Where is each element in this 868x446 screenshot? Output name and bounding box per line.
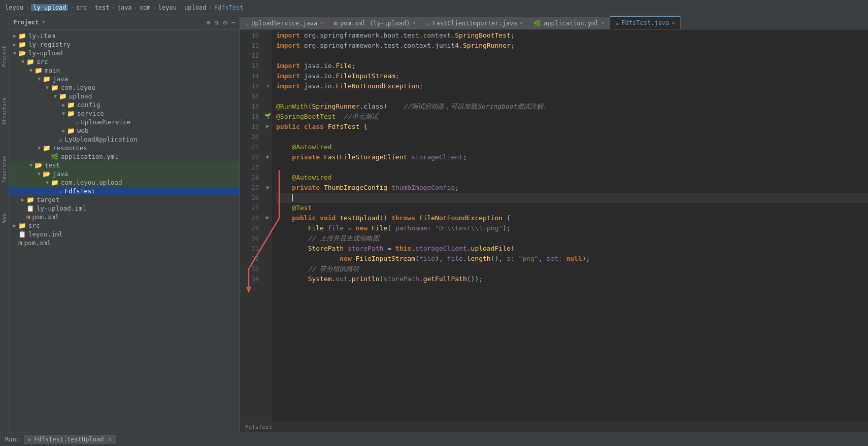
arrow-src: ▼ — [19, 59, 26, 64]
tree-item-pom-xml-root[interactable]: m pom.xml — [9, 238, 240, 247]
tree-item-service[interactable]: ▼ 📁 service — [9, 109, 240, 118]
run-tab-close[interactable]: × — [108, 436, 112, 443]
gutter-run-19[interactable]: ▶ — [263, 121, 272, 131]
tree-item-application-yml[interactable]: 🌿 application.yml — [9, 152, 240, 161]
folder-icon-com-leyou-upload: 📁 — [51, 179, 59, 186]
locate-icon[interactable]: ⊕ — [206, 18, 210, 26]
favorites-side-label[interactable]: Favorites — [2, 155, 7, 183]
code-line-24: @Autowired — [276, 173, 868, 183]
code-line-13: import java.io.File; — [276, 61, 868, 71]
breadcrumb-com[interactable]: com — [140, 4, 151, 11]
tree-item-resources[interactable]: ▼ 📁 resources — [9, 144, 240, 152]
folder-icon-java-main: 📁 — [43, 75, 51, 83]
breadcrumb-ly-upload[interactable]: ly-upload — [31, 4, 68, 11]
code-container: 10 11 12 13 14 15 16 17 18 19 20 21 22 2… — [240, 29, 868, 422]
structure-side-label[interactable]: Structure — [2, 97, 7, 125]
settings-icon[interactable]: ⚙ — [223, 18, 227, 26]
folder-icon-ly-upload: 📂 — [18, 49, 26, 57]
tab-fast-client[interactable]: ☕ FastClientImporter.java × — [421, 17, 528, 29]
arrow-upload-pkg: ▼ — [52, 93, 59, 99]
breadcrumb-src[interactable]: src — [76, 4, 87, 11]
breadcrumb-leyou2[interactable]: leyou — [158, 4, 177, 11]
run-tab-fdfs-test[interactable]: ▶ FdfsTest.testUpload × — [24, 435, 116, 444]
code-line-31: StorePath storePath = this.storageClient… — [276, 244, 868, 254]
tree-item-com-leyou-upload[interactable]: ▼ 📁 com.leyou.upload — [9, 178, 240, 187]
tree-item-java-test[interactable]: ▼ 📂 java — [9, 169, 240, 178]
tree-item-fdfs-test[interactable]: ☕ FdfsTest — [9, 187, 240, 195]
tree-item-main[interactable]: ▼ 📁 main — [9, 66, 240, 75]
code-line-14: import java.io.FileInputStream; — [276, 71, 868, 81]
tab-close-fdfs-test[interactable]: × — [672, 20, 675, 26]
project-side-label[interactable]: Project — [2, 46, 7, 67]
tab-pom-xml[interactable]: m pom.xml (ly-upload) × — [329, 17, 421, 29]
tab-upload-service[interactable]: ☕ UploadService.java × — [240, 17, 329, 29]
project-panel-header: Project ▾ ⊕ ⇅ ⚙ − — [9, 15, 240, 29]
label-service: service — [77, 110, 104, 117]
breadcrumb-java[interactable]: java — [117, 4, 132, 11]
tree-item-ly-upload-app[interactable]: ☕ LyUploadApplication — [9, 135, 240, 144]
tab-close-fast-client[interactable]: × — [519, 20, 523, 26]
tab-fdfs-test[interactable]: ☕ FdfsTest.java × — [610, 16, 681, 29]
tree-item-ly-item[interactable]: ▶ 📁 ly-item — [9, 31, 240, 40]
arrow-main: ▼ — [27, 67, 35, 73]
breadcrumb-test[interactable]: test — [95, 4, 110, 11]
gutter-run-28[interactable]: ▶ — [263, 212, 272, 222]
label-upload-pkg: upload — [69, 92, 92, 100]
tab-close-app-yml[interactable]: × — [601, 20, 605, 26]
tree-item-upload-pkg[interactable]: ▼ 📁 upload — [9, 92, 240, 100]
iml-icon-ly-upload: 📋 — [26, 204, 35, 212]
arrow-ly-item: ▶ — [11, 33, 18, 39]
breadcrumb-fdfs-test[interactable]: FdfsTest — [214, 4, 244, 11]
code-line-15: import java.io.FileNotFoundException; — [276, 81, 868, 91]
label-java-main: java — [53, 75, 68, 83]
tree-item-ly-upload-iml[interactable]: 📋 ly-upload.iml — [9, 204, 240, 213]
tree-item-com-leyou[interactable]: ▼ 📁 com.leyou — [9, 83, 240, 92]
code-line-29: File file = new File( pathname: "D:\\tes… — [276, 223, 868, 233]
tree-item-target[interactable]: ▶ 📁 target — [9, 195, 240, 204]
label-web: web — [77, 127, 89, 134]
tab-icon-upload-service: ☕ — [245, 20, 249, 27]
tree-item-ly-upload[interactable]: ▼ 📂 ly-upload — [9, 49, 240, 57]
label-src: src — [37, 58, 48, 65]
tab-icon-fdfs-test: ☕ — [615, 19, 619, 26]
arrow-src-root: ▶ — [11, 223, 18, 228]
web-side-label[interactable]: Web — [2, 214, 7, 223]
gutter-leaf-18: 🌱 — [263, 111, 272, 121]
tree-item-leyou-iml[interactable]: 📋 leyou.iml — [9, 230, 240, 238]
project-header-icons: ⊕ ⇅ ⚙ − — [206, 18, 236, 26]
project-title: Project — [13, 19, 39, 26]
arrow-target: ▶ — [19, 197, 26, 202]
label-java-test: java — [53, 170, 68, 178]
tree-item-test[interactable]: ▼ 📂 test — [9, 161, 240, 169]
label-ly-registry: ly-registry — [28, 41, 71, 48]
label-src-root: src — [28, 222, 40, 229]
breadcrumb-upload[interactable]: upload — [184, 4, 206, 11]
label-main: main — [45, 66, 60, 74]
tree-item-config[interactable]: ▶ 📁 config — [9, 100, 240, 109]
project-dropdown-arrow[interactable]: ▾ — [42, 19, 46, 25]
tree-item-ly-registry[interactable]: ▶ 📁 ly-registry — [9, 40, 240, 49]
folder-icon-com-leyou: 📁 — [51, 84, 59, 91]
label-ly-item: ly-item — [28, 32, 55, 40]
tree-item-web[interactable]: ▶ 📁 web — [9, 126, 240, 135]
arrow-ly-upload: ▼ — [11, 50, 18, 56]
collapse-icon[interactable]: ⇅ — [215, 18, 219, 26]
folder-icon-ly-registry: 📁 — [18, 41, 26, 48]
tree-item-pom-xml-ly[interactable]: m pom.xml — [9, 213, 240, 221]
tree-item-java-main[interactable]: ▼ 📁 java — [9, 75, 240, 83]
folder-icon-resources: 📁 — [43, 144, 51, 152]
breadcrumb-leyou[interactable]: leyou — [5, 4, 23, 11]
code-content[interactable]: import org.springframework.boot.test.con… — [272, 29, 868, 422]
tree-item-upload-service[interactable]: ☕ UploadService — [9, 118, 240, 126]
code-line-33: // 带分组的路径 — [276, 264, 868, 274]
tab-close-upload-service[interactable]: × — [320, 20, 323, 26]
yaml-icon-app: 🌿 — [51, 153, 59, 160]
tree-item-src-root[interactable]: ▶ 📁 src — [9, 221, 240, 230]
minimize-icon[interactable]: − — [231, 18, 236, 26]
tab-close-pom[interactable]: × — [412, 20, 416, 26]
tree-item-src[interactable]: ▼ 📁 src — [9, 57, 240, 66]
run-tab-label: FdfsTest.testUpload — [34, 436, 104, 443]
java-icon-fdfs-test: ☕ — [59, 187, 63, 195]
code-line-20 — [276, 132, 868, 142]
tab-application-yml[interactable]: 🌿 application.yml × — [528, 17, 610, 29]
